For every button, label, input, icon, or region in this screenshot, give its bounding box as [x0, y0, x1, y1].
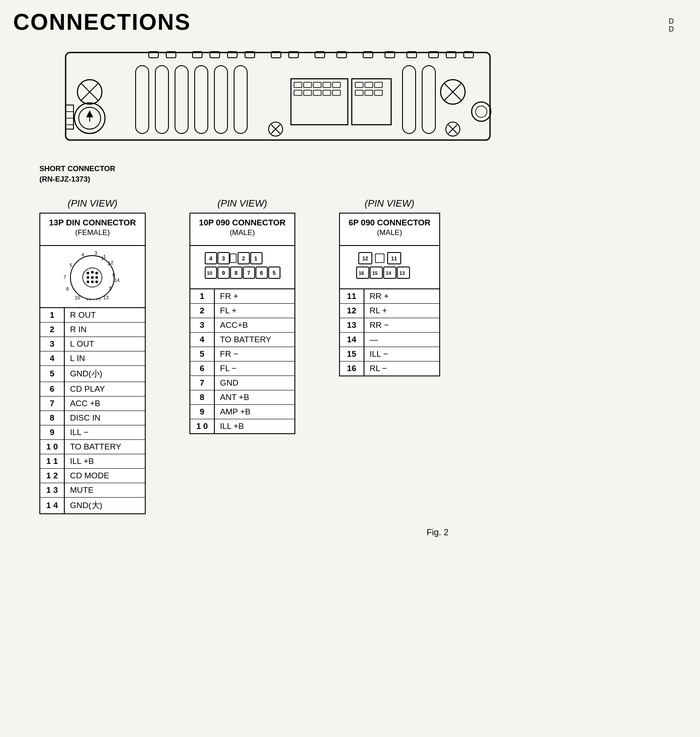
svg-rect-46: [323, 90, 331, 95]
svg-rect-29: [155, 66, 168, 133]
svg-rect-33: [234, 66, 247, 133]
pin-number: 6: [40, 382, 64, 396]
pin-label: DISC IN: [64, 411, 145, 425]
pin-number: 12: [340, 303, 364, 318]
svg-point-84: [91, 271, 94, 274]
pin-label: ANT +B: [214, 390, 295, 404]
pin-number: 3: [40, 337, 64, 351]
table-row: 6CD PLAY: [40, 382, 145, 396]
svg-text:2: 2: [242, 255, 245, 262]
pin-number: 5: [190, 347, 214, 361]
svg-rect-49: [355, 82, 363, 88]
pin-label: ACC+B: [214, 318, 295, 332]
connector-title-6p: 6P 090 CONNECTOR: [349, 218, 430, 227]
connector-table-13p: 13P DIN CONNECTOR (FEMALE): [39, 213, 146, 514]
svg-text:8: 8: [66, 286, 69, 291]
pin-number: 5: [40, 365, 64, 382]
svg-text:13: 13: [399, 270, 405, 276]
svg-text:2: 2: [108, 261, 110, 266]
pin-label: FR −: [214, 347, 295, 361]
svg-text:7: 7: [247, 270, 250, 276]
pin-label: R IN: [64, 322, 145, 337]
pin-label: GND(大): [64, 497, 145, 514]
svg-rect-48: [352, 79, 391, 125]
svg-rect-47: [332, 90, 340, 95]
table-row: 16RL −: [340, 361, 440, 376]
pin-number: 1 0: [190, 419, 214, 434]
pin-number: 13: [340, 318, 364, 332]
svg-text:14: 14: [114, 277, 119, 283]
pin-label: ILL +B: [214, 419, 295, 434]
table-row: 4L IN: [40, 351, 145, 365]
pin-section-10p: (PIN VIEW) 10P 090 CONNECTOR (MALE): [189, 198, 295, 434]
svg-text:12: 12: [362, 256, 368, 262]
svg-rect-52: [355, 90, 363, 95]
pin-label: CD PLAY: [64, 382, 145, 396]
table-row: 9AMP +B: [190, 404, 295, 419]
connector-title-13p: 13P DIN CONNECTOR: [49, 218, 136, 227]
pin-number: 4: [40, 351, 64, 365]
svg-rect-38: [294, 82, 302, 88]
svg-point-85: [95, 272, 98, 274]
svg-text:8: 8: [234, 270, 238, 276]
svg-text:9: 9: [222, 270, 225, 276]
table-row: 4TO BATTERY: [190, 332, 295, 347]
device-drawing: [39, 44, 499, 159]
pin-number: 9: [40, 425, 64, 439]
table-row: 7GND: [190, 376, 295, 390]
pin-label: MUTE: [64, 483, 145, 497]
svg-rect-53: [365, 90, 373, 95]
table-row: 1 0TO BATTERY: [40, 439, 145, 454]
table-row: 8ANT +B: [190, 390, 295, 404]
connector-sub-13p: (FEMALE): [49, 228, 136, 241]
pin-label: —: [364, 332, 440, 347]
table-row: 6FL −: [190, 361, 295, 376]
pin-label: RL +: [364, 303, 440, 318]
svg-text:3: 3: [94, 250, 97, 256]
pin-label: TO BATTERY: [64, 439, 145, 454]
svg-point-63: [472, 102, 491, 121]
connector-table-10p: 10P 090 CONNECTOR (MALE) 4 3: [189, 213, 295, 434]
pin-number: 1 1: [40, 454, 64, 468]
pin-number: 1 3: [40, 483, 64, 497]
table-row: 8DISC IN: [40, 411, 145, 425]
pin-label: ILL +B: [64, 454, 145, 468]
table-row: 15ILL −: [340, 347, 440, 361]
pin-label: ILL −: [364, 347, 440, 361]
table-row: 13RR −: [340, 318, 440, 332]
svg-text:12: 12: [95, 298, 101, 301]
svg-text:7: 7: [63, 274, 66, 280]
pin-number: 1 2: [40, 468, 64, 483]
pin-number: 16: [340, 361, 364, 376]
svg-point-83: [87, 272, 89, 274]
svg-marker-22: [86, 110, 93, 117]
pin-label: FR +: [214, 289, 295, 304]
table-row: 1 0ILL +B: [190, 419, 295, 434]
pin-label: ILL −: [64, 425, 145, 439]
svg-rect-39: [304, 82, 312, 88]
pin-label: R OUT: [64, 308, 145, 323]
connector-sub-6p: (MALE): [349, 228, 430, 241]
pin-label: RR +: [364, 289, 440, 304]
table-row: 2FL +: [190, 303, 295, 318]
fig-label: Fig. 2: [188, 527, 687, 537]
svg-rect-28: [136, 66, 149, 133]
pin-label: FL +: [214, 303, 295, 318]
connector-table-6p: 6P 090 CONNECTOR (MALE) 12: [339, 213, 440, 376]
svg-rect-30: [175, 66, 188, 133]
svg-rect-32: [214, 66, 228, 133]
pin-number: 1 4: [40, 497, 64, 514]
svg-point-91: [95, 281, 98, 283]
svg-rect-56: [422, 66, 435, 133]
svg-text:5: 5: [273, 270, 276, 276]
pin-number: 6: [190, 361, 214, 376]
svg-text:1: 1: [103, 254, 106, 259]
svg-point-86: [87, 276, 89, 279]
pin-label: RL −: [364, 361, 440, 376]
svg-rect-43: [294, 90, 302, 95]
svg-text:10: 10: [75, 295, 80, 300]
connector-title-10p: 10P 090 CONNECTOR: [199, 218, 286, 227]
pin-number: 1 0: [40, 439, 64, 454]
svg-rect-24: [66, 105, 74, 129]
pin-label: L OUT: [64, 337, 145, 351]
